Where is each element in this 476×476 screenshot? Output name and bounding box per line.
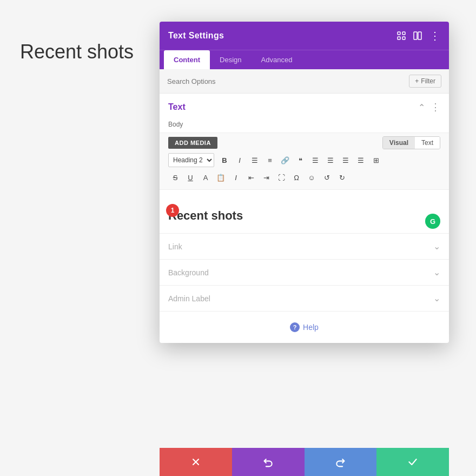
background-section[interactable]: Background ⌄ <box>160 260 449 286</box>
filter-plus-icon: + <box>415 77 419 85</box>
toolbar-row-2: S U A 📋 I ⇤ ⇥ ⛶ Ω ☺ ↺ ↻ <box>168 169 440 186</box>
underline-button[interactable]: U <box>183 170 197 184</box>
svg-rect-0 <box>398 32 400 35</box>
special-char-button[interactable]: Ω <box>289 170 303 184</box>
toolbar-top: ADD MEDIA Visual Text <box>168 136 440 149</box>
editor-content[interactable]: Recent shots <box>168 208 440 224</box>
tab-design[interactable]: Design <box>210 50 251 69</box>
undo-button[interactable] <box>232 448 305 476</box>
focus-icon[interactable] <box>397 31 406 40</box>
italic2-button[interactable]: I <box>229 170 243 184</box>
body-label: Body <box>160 121 449 133</box>
undo-editor-button[interactable]: ↺ <box>320 170 334 184</box>
step-badge: 1 <box>166 204 179 217</box>
help-section: ? Help <box>160 312 449 343</box>
panel-content: Text ⌃ ⋮ Body ADD MEDIA Visual Text <box>160 94 449 343</box>
more-options-icon[interactable]: ⋮ <box>429 29 440 42</box>
svg-rect-2 <box>398 37 400 39</box>
add-media-button[interactable]: ADD MEDIA <box>168 137 217 149</box>
cancel-button[interactable] <box>160 448 232 476</box>
redo-editor-button[interactable]: ↻ <box>335 170 349 184</box>
outdent-button[interactable]: ⇤ <box>244 170 258 184</box>
text-toggle-button[interactable]: Text <box>415 137 440 149</box>
strikethrough-button[interactable]: S <box>168 170 182 184</box>
editor-toolbar: ADD MEDIA Visual Text Heading 2 B I ☰ ≡ … <box>160 133 449 190</box>
section-title: Text <box>168 102 186 112</box>
emoji-button[interactable]: ☺ <box>305 170 319 184</box>
blockquote-button[interactable]: ❝ <box>293 153 307 167</box>
help-icon: ? <box>290 322 300 332</box>
justify-button[interactable]: ☰ <box>354 153 368 167</box>
table-button[interactable]: ⊞ <box>369 153 383 167</box>
svg-rect-5 <box>418 32 421 39</box>
italic-button[interactable]: I <box>233 153 247 167</box>
bold-button[interactable]: B <box>217 153 232 167</box>
visual-text-toggle: Visual Text <box>382 136 440 149</box>
action-bar <box>160 448 449 476</box>
ol-button[interactable]: ≡ <box>263 153 277 167</box>
grammarly-badge: G <box>425 214 440 229</box>
link-section-title: Link <box>168 242 182 251</box>
redo-button[interactable] <box>305 448 377 476</box>
settings-panel: Text Settings ⋮ Content Design A <box>160 22 449 343</box>
heading-select[interactable]: Heading 2 <box>168 153 214 167</box>
panel-header: Text Settings ⋮ <box>160 22 449 50</box>
text-color-button[interactable]: A <box>199 170 213 184</box>
toolbar-row-1: Heading 2 B I ☰ ≡ 🔗 ❝ ☰ ☰ ☰ ☰ ⊞ <box>168 151 440 169</box>
svg-rect-3 <box>402 37 405 39</box>
filter-label: Filter <box>421 77 435 85</box>
header-icons: ⋮ <box>397 29 440 42</box>
admin-chevron-icon: ⌄ <box>433 293 440 303</box>
collapse-icon[interactable]: ⌃ <box>418 102 425 113</box>
svg-rect-1 <box>402 32 405 35</box>
visual-toggle-button[interactable]: Visual <box>383 137 415 149</box>
help-link[interactable]: Help <box>303 323 319 332</box>
page-heading: Recent shots <box>20 41 134 63</box>
editor-area[interactable]: 1 Recent shots G <box>160 190 449 233</box>
filter-button[interactable]: + Filter <box>409 75 441 88</box>
align-center-button[interactable]: ☰ <box>323 153 338 167</box>
grid-icon[interactable] <box>413 31 422 40</box>
admin-label-section[interactable]: Admin Label ⌄ <box>160 286 449 312</box>
ul-button[interactable]: ☰ <box>248 153 262 167</box>
link-section[interactable]: Link ⌄ <box>160 234 449 260</box>
link-button[interactable]: 🔗 <box>278 153 292 167</box>
section-header: Text ⌃ ⋮ <box>160 94 449 121</box>
section-controls: ⌃ ⋮ <box>418 101 440 113</box>
fullscreen-button[interactable]: ⛶ <box>274 170 288 184</box>
link-chevron-icon: ⌄ <box>433 241 440 252</box>
tab-advanced[interactable]: Advanced <box>252 50 302 69</box>
align-right-button[interactable]: ☰ <box>339 153 353 167</box>
indent-button[interactable]: ⇥ <box>259 170 273 184</box>
paste-text-button[interactable]: 📋 <box>214 170 228 184</box>
panel-title: Text Settings <box>168 31 224 41</box>
section-menu-icon[interactable]: ⋮ <box>431 101 440 113</box>
confirm-button[interactable] <box>376 448 449 476</box>
align-left-button[interactable]: ☰ <box>308 153 322 167</box>
tabs-bar: Content Design Advanced <box>160 50 449 69</box>
admin-label-section-title: Admin Label <box>168 294 210 303</box>
tab-content[interactable]: Content <box>164 50 210 69</box>
search-input[interactable] <box>167 77 275 85</box>
search-bar: + Filter <box>160 69 449 94</box>
background-chevron-icon: ⌄ <box>433 267 440 277</box>
background-section-title: Background <box>168 268 209 277</box>
text-section: Text ⌃ ⋮ Body ADD MEDIA Visual Text <box>160 94 449 234</box>
svg-rect-4 <box>414 32 417 39</box>
